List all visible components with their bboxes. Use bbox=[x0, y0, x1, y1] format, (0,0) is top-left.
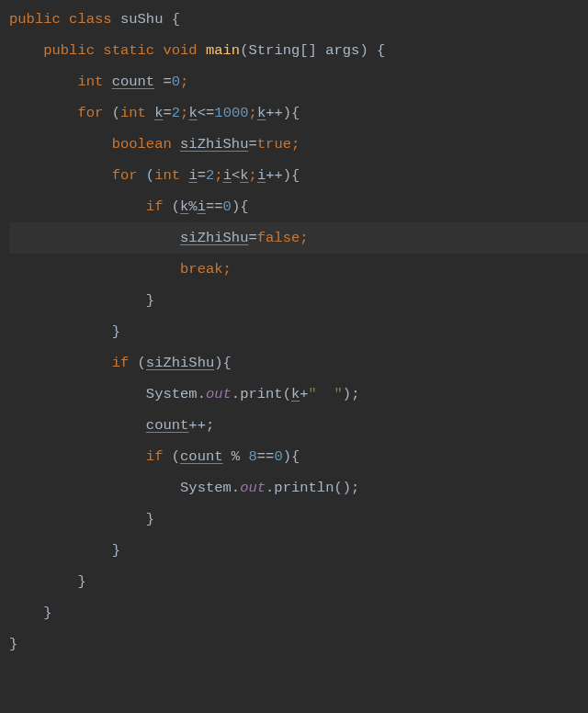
op: == bbox=[257, 448, 275, 465]
paren: ( bbox=[146, 167, 154, 184]
code-editor[interactable]: public class suShu { public static void … bbox=[0, 0, 588, 660]
number: 2 bbox=[206, 167, 214, 184]
code-line: } bbox=[9, 566, 588, 597]
class-name: suShu bbox=[120, 11, 172, 28]
op: = bbox=[198, 167, 206, 184]
method-name: main bbox=[206, 42, 240, 59]
paren: ( bbox=[172, 198, 180, 215]
op: + bbox=[300, 386, 308, 402]
variable: k bbox=[240, 167, 248, 184]
code-line: count++; bbox=[9, 410, 588, 441]
paren: ){ bbox=[283, 448, 300, 465]
op: = bbox=[248, 230, 256, 246]
number: 1000 bbox=[214, 105, 248, 121]
semi: ; bbox=[180, 74, 188, 90]
variable: i bbox=[198, 198, 206, 215]
variable: siZhiShu bbox=[146, 355, 214, 371]
code-line: for (int i=2;i<k;i++){ bbox=[9, 160, 588, 191]
method-call: .println(); bbox=[266, 480, 359, 496]
keyword: if bbox=[146, 198, 172, 215]
paren: ( bbox=[172, 448, 180, 465]
keyword: break bbox=[180, 261, 223, 277]
op: = bbox=[248, 136, 256, 153]
number: 8 bbox=[248, 448, 256, 465]
variable: count bbox=[112, 74, 155, 90]
brace: } bbox=[112, 542, 120, 559]
text: = bbox=[154, 74, 172, 90]
op: % bbox=[188, 198, 197, 215]
variable: siZhiShu bbox=[180, 230, 248, 246]
semi: ; bbox=[249, 167, 257, 184]
paren: ){ bbox=[214, 355, 232, 371]
variable: i bbox=[188, 167, 197, 184]
brace: } bbox=[77, 573, 85, 590]
paren: ( bbox=[112, 105, 120, 121]
variable: i bbox=[223, 167, 232, 184]
op: ++; bbox=[188, 417, 214, 434]
op: == bbox=[206, 198, 223, 215]
op: <= bbox=[198, 105, 215, 121]
variable: k bbox=[180, 198, 188, 215]
variable: i bbox=[257, 167, 266, 184]
variable: k bbox=[188, 105, 197, 121]
method-call: .print( bbox=[232, 386, 291, 402]
variable: count bbox=[180, 448, 223, 465]
brace: } bbox=[43, 605, 51, 621]
code-line: } bbox=[9, 628, 588, 660]
keyword: int bbox=[77, 74, 111, 90]
variable: siZhiShu bbox=[180, 136, 248, 153]
paren: ( bbox=[138, 355, 146, 371]
code-line: break; bbox=[9, 254, 588, 285]
op: ++){ bbox=[266, 167, 300, 184]
code-line: if (k%i==0){ bbox=[9, 191, 588, 222]
keyword: true bbox=[257, 136, 291, 153]
keyword: for bbox=[77, 105, 111, 121]
code-line: } bbox=[9, 535, 588, 566]
semi: ; bbox=[291, 136, 300, 153]
brace: } bbox=[146, 292, 154, 309]
class-ref: System. bbox=[180, 480, 240, 496]
brace: { bbox=[172, 11, 180, 28]
paren: ){ bbox=[232, 198, 249, 215]
code-line: for (int k=2;k<=1000;k++){ bbox=[9, 97, 588, 129]
variable: k bbox=[257, 105, 266, 121]
semi: ; bbox=[223, 261, 232, 277]
variable: count bbox=[146, 417, 189, 434]
code-line: if (siZhiShu){ bbox=[9, 347, 588, 379]
keyword: if bbox=[112, 355, 138, 371]
keyword: boolean bbox=[112, 136, 180, 153]
keyword: int bbox=[120, 105, 154, 121]
params: (String[] args) { bbox=[240, 42, 385, 59]
number: 2 bbox=[172, 105, 180, 121]
code-line: public static void main(String[] args) { bbox=[9, 35, 588, 66]
string-literal: " " bbox=[309, 386, 343, 402]
brace: } bbox=[112, 323, 120, 340]
op: % bbox=[223, 448, 249, 465]
keyword: public class bbox=[9, 11, 120, 28]
code-line-highlight: siZhiShu=false; bbox=[9, 222, 588, 254]
class-ref: System. bbox=[146, 386, 206, 402]
number: 0 bbox=[172, 74, 180, 90]
variable: k bbox=[291, 386, 300, 402]
code-line: } bbox=[9, 597, 588, 628]
op: ++){ bbox=[266, 105, 300, 121]
semi: ; bbox=[300, 230, 308, 246]
op: < bbox=[232, 167, 240, 184]
code-line: } bbox=[9, 285, 588, 316]
code-line: if (count % 8==0){ bbox=[9, 441, 588, 472]
code-line: System.out.print(k+" "); bbox=[9, 379, 588, 410]
semi: ; bbox=[214, 167, 222, 184]
keyword: false bbox=[257, 230, 300, 246]
keyword: if bbox=[146, 448, 172, 465]
number: 0 bbox=[223, 198, 232, 215]
keyword: int bbox=[154, 167, 188, 184]
code-line: System.out.println(); bbox=[9, 472, 588, 504]
number: 0 bbox=[274, 448, 282, 465]
keyword: public static void bbox=[43, 42, 206, 59]
paren: ); bbox=[343, 386, 360, 402]
op: = bbox=[163, 105, 171, 121]
code-line: boolean siZhiShu=true; bbox=[9, 129, 588, 160]
code-line: } bbox=[9, 316, 588, 347]
brace: } bbox=[146, 511, 154, 527]
code-line: int count =0; bbox=[9, 66, 588, 97]
